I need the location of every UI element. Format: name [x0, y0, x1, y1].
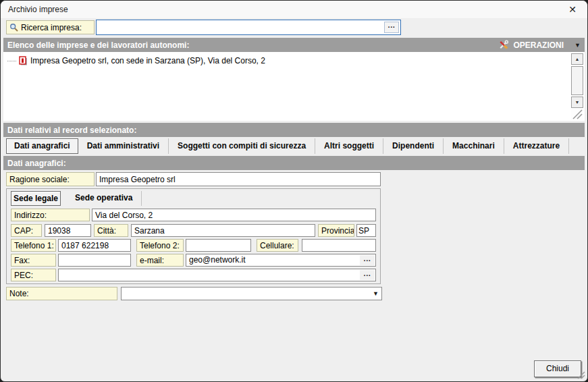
note-dropdown-icon[interactable]: ▼	[373, 288, 379, 300]
archivio-imprese-window: Archivio imprese ✕ Ricerca impresa: ··· …	[0, 0, 588, 382]
anagrafica-section-title: Dati anagrafici:	[7, 159, 581, 168]
cap-label: CAP:	[11, 224, 42, 237]
tab-soggetti-sicurezza[interactable]: Soggetti con compiti di sicurezza	[169, 138, 315, 154]
panel-resize-grip[interactable]	[571, 109, 583, 120]
fax-label: Fax:	[11, 254, 56, 267]
search-input[interactable]	[97, 20, 383, 34]
company-icon	[19, 56, 28, 65]
telefono1-input[interactable]	[58, 239, 131, 252]
tab-altri-soggetti[interactable]: Altri soggetti	[315, 138, 383, 154]
tools-icon	[498, 40, 509, 50]
indirizzo-input[interactable]	[92, 209, 376, 221]
scrollbar-down-icon[interactable]: ▼	[571, 97, 583, 108]
scrollbar-thumb[interactable]	[571, 66, 583, 95]
tree-item-impresa[interactable]: Impresa Geopetro srl, con sede in Sarzan…	[7, 55, 265, 66]
search-browse-button[interactable]: ···	[384, 22, 399, 33]
fax-input[interactable]	[58, 254, 131, 267]
subtab-sede-operativa[interactable]: Sede operativa	[66, 191, 142, 206]
cellulare-label: Cellulare:	[257, 239, 298, 252]
record-tabs: Dati anagrafici Dati amministrativi Sogg…	[6, 138, 569, 154]
pec-field-frame: ···	[58, 269, 376, 281]
operations-menu[interactable]: OPERAZIONI ▼	[498, 40, 581, 50]
operations-label: OPERAZIONI	[513, 40, 564, 50]
tab-dipendenti[interactable]: Dipendenti	[383, 138, 444, 154]
email-browse-button[interactable]: ···	[360, 255, 375, 265]
record-section-bar: Dati relativi al record selezionato:	[3, 123, 585, 137]
telefono1-label: Telefono 1:	[11, 239, 56, 252]
note-combobox[interactable]: ▼	[121, 287, 382, 300]
company-tree-panel: Impresa Geopetro srl, con sede in Sarzan…	[3, 52, 585, 121]
citta-label: Città:	[94, 224, 128, 237]
citta-input[interactable]	[131, 224, 315, 237]
search-label-box: Ricerca impresa:	[6, 20, 95, 34]
telefono2-input[interactable]	[186, 239, 251, 252]
search-field-frame: ···	[96, 20, 401, 35]
tree-item-label: Impresa Geopetro srl, con sede in Sarzan…	[30, 56, 265, 65]
tree-connector	[7, 61, 16, 61]
search-icon	[9, 23, 19, 32]
record-section-title: Dati relativi al record selezionato:	[7, 126, 581, 135]
email-field-frame: geo@network.it ···	[186, 254, 376, 267]
email-value[interactable]: geo@network.it	[189, 255, 246, 265]
cellulare-input[interactable]	[302, 239, 376, 252]
ragione-sociale-label: Ragione sociale:	[6, 172, 95, 186]
title-bar: Archivio imprese ✕	[1, 1, 587, 19]
tab-attrezzature[interactable]: Attrezzature	[504, 138, 569, 154]
list-header-bar: Elenco delle imprese e dei lavoratori au…	[3, 38, 585, 52]
sede-groupbox: Sede legale Sede operativa Indirizzo: CA…	[6, 188, 381, 284]
ragione-sociale-input[interactable]	[96, 172, 381, 186]
email-label: e-mail:	[136, 254, 184, 267]
tab-dati-amministrativi[interactable]: Dati amministrativi	[78, 138, 169, 154]
cap-input[interactable]	[45, 224, 91, 237]
window-resize-grip[interactable]	[577, 371, 585, 379]
provincia-input[interactable]	[356, 224, 376, 237]
tab-macchinari[interactable]: Macchinari	[444, 138, 504, 154]
telefono2-label: Telefono 2:	[136, 239, 184, 252]
close-icon[interactable]: ✕	[565, 1, 580, 18]
search-label: Ricerca impresa:	[21, 23, 82, 32]
chiudi-button[interactable]: Chiudi	[534, 360, 581, 377]
provincia-label: Provincia:	[318, 224, 354, 237]
scrollbar-up-icon[interactable]: ▲	[571, 53, 583, 65]
window-title: Archivio imprese	[8, 1, 68, 18]
indirizzo-label: Indirizzo:	[11, 209, 90, 221]
anagrafica-section-bar: Dati anagrafici:	[3, 156, 585, 170]
subtab-sede-legale[interactable]: Sede legale	[11, 191, 61, 206]
tab-dati-anagrafici[interactable]: Dati anagrafici	[6, 138, 78, 154]
pec-browse-button[interactable]: ···	[360, 270, 375, 280]
note-label: Note:	[6, 287, 117, 300]
pec-label: PEC:	[11, 269, 56, 281]
list-header-title: Elenco delle imprese e dei lavoratori au…	[7, 40, 498, 50]
operations-dropdown-icon[interactable]: ▼	[574, 42, 581, 49]
